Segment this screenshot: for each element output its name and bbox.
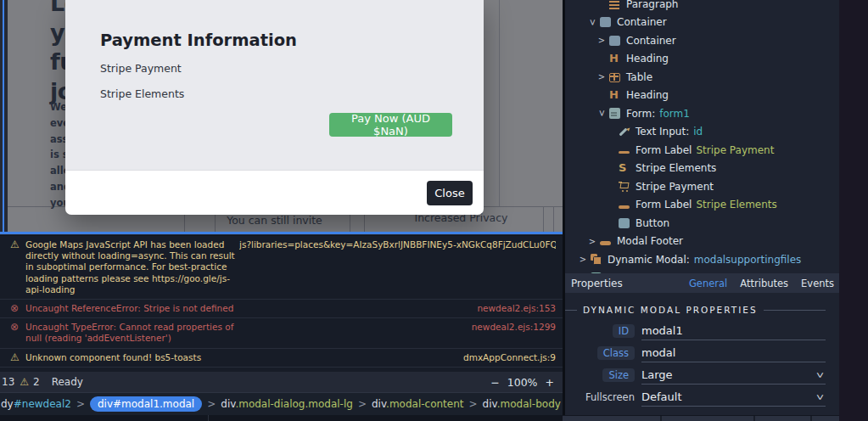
breadcrumb-item[interactable]: dy#newdeal2 bbox=[1, 398, 71, 410]
tree-item-stripe-payment[interactable]: Stripe Payment bbox=[565, 177, 839, 196]
heading-icon bbox=[609, 90, 620, 101]
tree-item-label: Stripe Elements bbox=[636, 162, 716, 174]
properties-body: DYNAMIC MODAL PROPERTIES ID modal1Class … bbox=[565, 293, 839, 415]
tree-item-form-label[interactable]: Form LabelStripe Elements bbox=[565, 196, 839, 215]
zoom-out-button[interactable]: − bbox=[490, 376, 499, 389]
page-preview[interactable]: Loyofujo We'eveassis salloandyou You can… bbox=[8, 0, 563, 232]
tree-item-text-input[interactable]: Text Input:id bbox=[565, 123, 839, 142]
property-label[interactable]: Size bbox=[602, 368, 635, 382]
tree-item-label: Container bbox=[626, 35, 676, 47]
property-input[interactable]: modal1 bbox=[641, 322, 826, 340]
properties-tabs: GeneralAttributesEvents bbox=[689, 278, 834, 289]
window-edge bbox=[839, 0, 868, 421]
property-field-class: Class modal bbox=[565, 342, 839, 364]
property-input[interactable]: modal bbox=[641, 344, 826, 362]
tree-item-form-label[interactable]: Form LabelStripe Payment bbox=[565, 141, 839, 160]
status-text: Ready bbox=[52, 376, 83, 388]
error-icon: ⊗ bbox=[10, 303, 25, 314]
text-input-icon bbox=[619, 126, 630, 138]
zoom-in-button[interactable]: + bbox=[546, 376, 554, 389]
tree-item-table[interactable]: >Table bbox=[565, 68, 839, 87]
tree-item-label: Heading bbox=[626, 89, 669, 101]
breadcrumb-separator: > bbox=[207, 398, 216, 410]
breadcrumb-item[interactable]: div.modal-dialog.modal-lg bbox=[221, 398, 353, 410]
tree-item-paragraph[interactable]: Paragraph bbox=[565, 0, 839, 14]
breadcrumb-item[interactable]: div.modal-body bbox=[483, 398, 561, 410]
tree-item-label: Form: bbox=[626, 108, 655, 120]
tab-attributes[interactable]: Attributes bbox=[740, 278, 788, 289]
tree-item-label: Table bbox=[626, 71, 652, 83]
console-message: Uncaught TypeError: Cannot read properti… bbox=[25, 322, 239, 344]
console-entry-error[interactable]: ⊗ Uncaught TypeError: Cannot read proper… bbox=[0, 318, 563, 348]
pay-now-button[interactable]: Pay Now (AUD $NaN) bbox=[329, 113, 452, 137]
console-source-link[interactable]: newdeal2.ejs:153 bbox=[239, 303, 556, 314]
chevron-right-icon[interactable]: > bbox=[594, 72, 609, 81]
tree-item-label: Text Input: bbox=[636, 126, 689, 138]
stripe-icon bbox=[619, 163, 630, 174]
tree-item-heading[interactable]: Heading bbox=[565, 50, 839, 69]
container-icon bbox=[600, 17, 611, 27]
bottom-strip-right bbox=[563, 415, 839, 421]
chevron-right-icon[interactable]: > bbox=[575, 255, 591, 264]
tab-general[interactable]: General bbox=[689, 278, 727, 289]
cart-icon bbox=[619, 181, 630, 192]
chevron-down-icon[interactable]: > bbox=[597, 106, 607, 121]
modal-footer: Close bbox=[65, 170, 484, 215]
tree-item-modal-footer[interactable]: >Modal Footer bbox=[565, 233, 839, 251]
property-label[interactable]: Class bbox=[597, 346, 635, 360]
modal-title: Payment Information bbox=[100, 31, 297, 50]
chevron-down-icon[interactable]: > bbox=[588, 14, 597, 30]
property-label: Fullscreen bbox=[585, 391, 635, 403]
table-icon bbox=[609, 73, 620, 82]
tree-item-button[interactable]: Button bbox=[565, 214, 839, 233]
console-entry-warning[interactable]: ⚠ Google Maps JavaScript API has been lo… bbox=[0, 236, 563, 300]
tree-item-container[interactable]: >Container bbox=[565, 14, 839, 32]
page-table-column-border bbox=[499, 0, 500, 206]
console-message: Uncaught ReferenceError: Stripe is not d… bbox=[25, 303, 239, 314]
property-label[interactable]: ID bbox=[613, 324, 635, 338]
console-entry-warning[interactable]: ⚠ Unknown component found! bs5-toasts dm… bbox=[0, 349, 563, 368]
console-source-link[interactable]: dmxAppConnect.js:9 bbox=[239, 352, 556, 363]
tree-item-value: Stripe Elements bbox=[696, 199, 776, 210]
console-source-link[interactable]: js?libraries=places&key=AIzaSyBxrlJNBBFI… bbox=[239, 239, 556, 250]
tree-item-label: Modal Footer bbox=[617, 235, 683, 247]
breadcrumb-separator: > bbox=[76, 398, 85, 410]
tree-item-stripe-elements[interactable]: Stripe Elements bbox=[565, 160, 839, 178]
tree-item-label: Heading bbox=[626, 53, 669, 65]
dynamic-modal-icon bbox=[591, 254, 602, 265]
chevron-right-icon[interactable]: > bbox=[585, 237, 600, 246]
console-panel: ⚠ Google Maps JavaScript API has been lo… bbox=[0, 235, 563, 372]
container-icon bbox=[609, 36, 620, 46]
form-icon bbox=[609, 108, 620, 119]
modal-body bbox=[65, 0, 484, 170]
tree-item-form[interactable]: >Form:form1 bbox=[565, 104, 839, 123]
properties-header: Properties GeneralAttributesEvents bbox=[565, 273, 839, 293]
breadcrumb-separator: > bbox=[469, 398, 478, 410]
close-button[interactable]: Close bbox=[427, 181, 473, 205]
tree-item-heading[interactable]: Heading bbox=[565, 87, 839, 105]
tree-item-dynamic-modal[interactable]: >Dynamic Modal:modalsupportingfiles bbox=[565, 250, 839, 269]
heading-icon bbox=[609, 53, 620, 65]
tree-item-label: Form Label bbox=[636, 199, 692, 210]
element-tree: Paragraph>Container>ContainerHeading>Tab… bbox=[565, 0, 839, 273]
chevron-down-icon: > bbox=[815, 372, 827, 379]
property-field-id: ID modal1 bbox=[565, 320, 839, 342]
section-title: DYNAMIC MODAL PROPERTIES bbox=[583, 305, 758, 315]
warning-count[interactable]: 2 bbox=[33, 376, 40, 388]
console-message: Google Maps JavaScript API has been load… bbox=[25, 239, 239, 295]
breadcrumb-item[interactable]: div.modal-content bbox=[372, 398, 464, 410]
property-select[interactable]: Large> bbox=[641, 366, 826, 385]
breadcrumb-item[interactable]: div#modal1.modal bbox=[90, 396, 202, 412]
error-count[interactable]: 13 bbox=[2, 376, 14, 388]
property-field-fullscreen: Fullscreen Default> bbox=[565, 386, 839, 408]
tree-item-container[interactable]: >Container bbox=[565, 31, 839, 50]
app-window: Loyofujo We'eveassis salloandyou You can… bbox=[0, 0, 868, 421]
stripe-elements-label: Stripe Elements bbox=[100, 87, 184, 100]
zoom-level: 100% bbox=[507, 376, 538, 389]
chevron-right-icon[interactable]: > bbox=[594, 36, 609, 45]
tree-item-label: Dynamic Modal: bbox=[608, 254, 690, 266]
property-select[interactable]: Default> bbox=[641, 388, 826, 407]
tab-events[interactable]: Events bbox=[801, 278, 834, 289]
console-source-link[interactable]: newdeal2.ejs:1299 bbox=[239, 322, 556, 333]
console-entry-error[interactable]: ⊗ Uncaught ReferenceError: Stripe is not… bbox=[0, 300, 563, 318]
